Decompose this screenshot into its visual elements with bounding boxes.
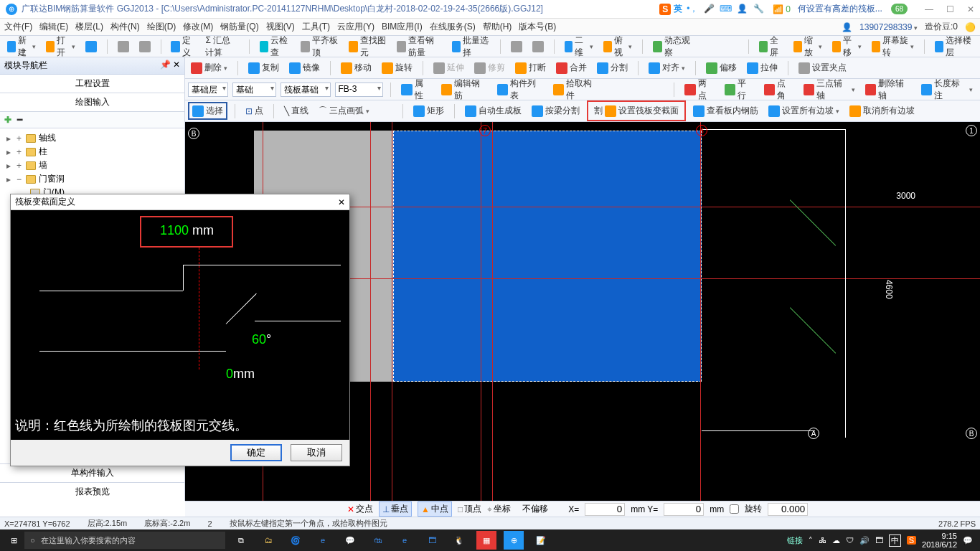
task-folder-icon[interactable]: 🗔 [422,531,442,550]
ime-tool-icon[interactable]: 🔧 [753,4,764,14]
type-combo[interactable]: 筏板基础 [281,83,331,97]
new-button[interactable]: 新建 [4,33,39,60]
screen-rotate-button[interactable]: 屏幕旋转 [869,33,917,60]
dialog-close-icon[interactable]: ✕ [338,197,345,207]
select-floor-button[interactable]: 选择楼层 [932,33,976,60]
category-combo[interactable]: 基础 [232,83,275,97]
parallel-button[interactable]: 平行 [722,76,757,103]
tray-shield-icon[interactable]: 🛡 [846,536,854,545]
section-draw[interactable]: 绘图输入 [0,93,184,112]
beam-split-button[interactable]: 按梁分割 [529,103,583,118]
open-button[interactable]: 打开 [43,33,77,60]
align-button[interactable]: 对齐 [646,60,688,75]
attr-button[interactable]: 属性 [398,76,433,103]
tray-vol-icon[interactable]: 🔊 [859,536,870,545]
extend-button[interactable]: 延伸 [430,60,467,75]
edit-rebar-button[interactable]: 编辑钢筋 [438,76,490,103]
two-point-button[interactable]: 两点 [682,76,717,103]
cancel-slope-button[interactable]: 取消所有边坡 [847,103,918,118]
ime-dot-icon[interactable]: •， [687,4,698,14]
split-button[interactable]: 分割 [594,60,631,75]
hint-tail[interactable]: 何设置有高差的筏板... [798,3,882,15]
maximize-button[interactable]: ☐ [946,4,954,14]
undo-button[interactable] [115,39,132,54]
ime-kbd-icon[interactable]: ⌨ [720,4,732,14]
task-notes-icon[interactable]: 📝 [531,531,551,550]
rotate-input[interactable] [768,503,808,516]
offset-combo[interactable]: 不偏移 [522,503,562,515]
top-view-button[interactable]: 俯视 [600,33,635,60]
redo-button[interactable] [136,39,154,54]
ok-button[interactable]: 确定 [230,444,282,461]
task-explorer-icon[interactable]: 🗂 [258,531,278,550]
break-button[interactable]: 打断 [512,60,549,75]
task-wechat-icon[interactable]: 💬 [340,531,360,550]
menu-draw[interactable]: 绘图(D) [147,21,176,33]
point-tool[interactable]: ⊡点 [242,103,266,118]
line-tool[interactable]: ╲直线 [281,103,311,118]
sum-button[interactable]: Σ 汇总计算 [202,33,242,60]
next-button[interactable] [529,39,547,54]
snap-mid[interactable]: ▲中点 [418,501,452,517]
trim-button[interactable]: 修剪 [471,60,508,75]
menu-file[interactable]: 文件(F) [4,21,32,33]
menu-view[interactable]: 视图(V) [266,21,295,33]
ime-s-icon[interactable]: S [659,4,671,15]
copy-button[interactable]: 复制 [245,60,282,75]
tray-batt-icon[interactable]: 🗔 [875,536,883,545]
three-point-aux-button[interactable]: 三点辅轴 [801,76,858,103]
find-element-button[interactable]: 查找图元 [346,33,390,60]
rect-tool[interactable]: 矩形 [410,103,447,118]
tray-notification-icon[interactable]: 💬 [963,536,973,545]
snap-coord[interactable]: ⌖坐标 [487,503,511,515]
account-number[interactable]: 13907298339 [859,22,918,32]
merge-button[interactable]: 合并 [553,60,590,75]
menu-online[interactable]: 在线服务(S) [430,21,476,33]
section-project[interactable]: 工程设置 [0,75,184,93]
ime-lang[interactable]: 英 [674,3,682,15]
tab-add-icon[interactable]: ✚ [4,115,11,125]
dim-button[interactable]: 长度标注 [918,76,976,103]
badge-68[interactable]: 68 [891,4,908,14]
task-store-icon[interactable]: 🛍 [367,531,387,550]
menu-member[interactable]: 构件(N) [110,21,140,33]
task-app2-icon[interactable]: ⊕ [504,531,524,550]
tab-remove-icon[interactable]: ━ [17,115,22,125]
ime-user-icon[interactable]: 👤 [737,4,748,14]
tray-link[interactable]: 链接 [787,535,803,546]
rotate-button[interactable]: 旋转 [379,60,415,75]
cancel-button[interactable]: 取消 [291,444,342,461]
snap-top[interactable]: □顶点 [458,503,481,515]
tray-cloud-icon[interactable]: ☁ [832,536,840,545]
panel-pin-icon[interactable]: 📌 ✕ [160,60,180,72]
close-button[interactable]: ✕ [967,4,974,14]
flat-top-button[interactable]: 平齐板顶 [298,33,341,60]
mirror-button[interactable]: 镜像 [286,60,323,75]
arc-tool[interactable]: ⌒三点画弧 [316,103,372,118]
stretch-button[interactable]: 拉伸 [744,60,781,75]
tray-up-icon[interactable]: ˄ [809,536,813,545]
name-combo[interactable]: FB-3 [335,83,384,97]
view-inner-rebar-button[interactable]: 查看板内钢筋 [690,103,761,118]
menu-version[interactable]: 版本号(B) [519,21,556,33]
tray-net-icon[interactable]: 🖧 [819,536,826,545]
menu-edit[interactable]: 编辑(E) [39,21,68,33]
layer-combo[interactable]: 基础层 [188,83,228,97]
task-view-icon[interactable]: ⧉ [231,531,251,550]
cloud-check-button[interactable]: 云检查 [257,33,294,60]
select-tool[interactable]: 选择 [188,102,227,120]
menu-help[interactable]: 帮助(H) [483,21,512,33]
menu-tool[interactable]: 工具(T) [302,21,330,33]
menu-modify[interactable]: 修改(M) [183,21,213,33]
member-list-button[interactable]: 构件列表 [494,76,546,103]
fullscreen-button[interactable]: 全屏 [756,33,786,60]
start-button[interactable]: ⊞ [3,536,24,545]
menu-cloud[interactable]: 云应用(Y) [337,21,374,33]
prev-button[interactable] [508,39,525,54]
batch-select-button[interactable]: 批量选择 [449,33,493,60]
zoom-button[interactable]: 缩放 [791,33,825,60]
task-qq-icon[interactable]: 🐧 [449,531,469,550]
taskbar-search[interactable]: ○在这里输入你要搜索的内容 [24,532,225,549]
y-input[interactable] [664,503,704,516]
ime-mic-icon[interactable]: 🎤 [704,4,715,14]
